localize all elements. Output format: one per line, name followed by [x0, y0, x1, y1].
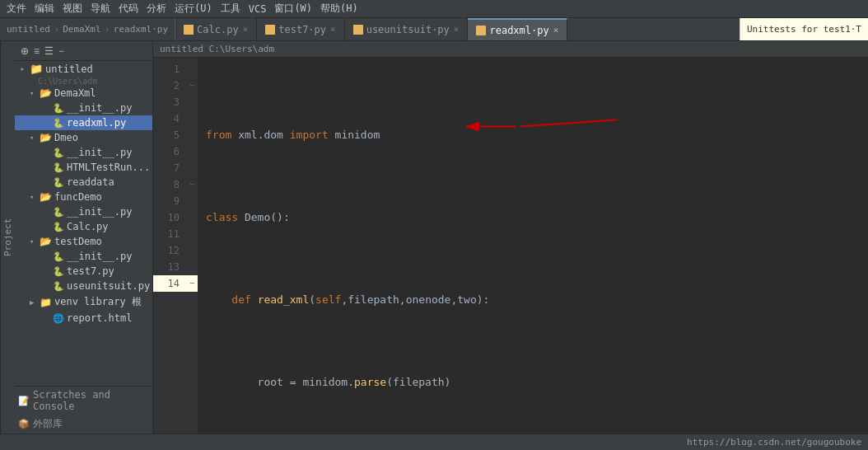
fold-marker-2[interactable]: − — [186, 77, 198, 94]
line-num-13: 13 — [153, 259, 186, 275]
tree-item-readdata[interactable]: 🐍 readdata — [15, 175, 152, 190]
icon-venv: 📁 — [40, 297, 52, 308]
tree-item-path: C:\Users\adm — [15, 77, 152, 86]
line-num-8: 8 — [153, 176, 186, 193]
right-hint-text: Unittests for test1·T — [747, 24, 861, 35]
line-num-1: 1 — [153, 61, 186, 77]
file-tabs: Calc.py × test7·py × useunitsuit·py × re… — [175, 18, 567, 40]
label-dmeo: Dmeo — [54, 132, 78, 143]
icon-test7: 🐍 — [53, 266, 64, 277]
tab-readxml-close[interactable]: × — [553, 25, 559, 35]
tree-container: ▾ 📁 untitled C:\Users\adm ▾ 📂 DemaXml 🐍 … — [15, 61, 152, 386]
menu-item-run[interactable]: 运行(U) — [175, 2, 212, 16]
tab-readxml[interactable]: readxml·py × — [468, 18, 567, 40]
icon-readdata: 🐍 — [53, 177, 64, 188]
tree-item-useunitsuit[interactable]: 🐍 useunitsuit.py — [15, 279, 152, 293]
tree-item-calc[interactable]: 🐍 Calc.py — [15, 219, 152, 234]
arrow-dmeo: ▾ — [30, 134, 40, 142]
menu-item-help[interactable]: 帮助(H) — [320, 2, 358, 16]
tab-calc-icon — [184, 25, 194, 35]
tree-item-funcdemo[interactable]: ▾ 📂 funcDemo — [15, 190, 152, 204]
line-num-11: 11 — [153, 226, 186, 242]
tab-useunitsuit-close[interactable]: × — [454, 24, 460, 35]
tab-useunitsuit[interactable]: useunitsuit·py × — [345, 18, 469, 40]
label-useunitsuit: useunitsuit.py — [67, 280, 150, 292]
tree-item-testdemo[interactable]: ▾ 📂 testDemo — [15, 234, 152, 249]
window-file-title: readxml·py — [114, 24, 168, 35]
toolbar-btn-3[interactable]: ☰ — [42, 45, 56, 58]
menu-item-vcs[interactable]: VCS — [249, 3, 267, 15]
toolbar-btn-2[interactable]: ≡ — [31, 45, 42, 58]
external-icon: 📦 — [18, 419, 30, 429]
label-test7: test7.py — [67, 265, 114, 277]
tree-item-report[interactable]: 🌐 report.html — [15, 311, 152, 326]
project-vertical-tab[interactable]: Project — [0, 41, 15, 434]
code-editor[interactable]: 1 2 3 4 5 6 7 8 9 10 11 12 13 14 − — [153, 58, 868, 434]
tab-calc-close[interactable]: × — [243, 24, 249, 35]
code-line-3: def read_xml(self,filepath,onenode,two): — [206, 292, 868, 308]
line-num-9: 9 — [153, 193, 186, 209]
main-area: Project ⊕ ≡ ☰ − ▾ 📁 untitled C:\Users\ad… — [0, 41, 868, 434]
menu-item-analyze[interactable]: 分析 — [147, 2, 166, 16]
label-demaxml: DemaXml — [54, 87, 96, 99]
icon-report: 🌐 — [53, 313, 64, 324]
tree-item-readxml[interactable]: 🐍 readxml.py — [15, 115, 152, 130]
menu-item-window[interactable]: 窗口(W) — [274, 2, 312, 16]
line-num-5: 5 — [153, 127, 186, 143]
label-readdata: readdata — [67, 176, 114, 188]
svg-line-2 — [520, 120, 617, 126]
arrow-venv: ▶ — [30, 298, 40, 307]
tab-readxml-label: readxml·py — [489, 25, 548, 36]
menu-item-tools[interactable]: 工具 — [221, 2, 240, 16]
tree-item-init4[interactable]: 🐍 __init__.py — [15, 249, 152, 264]
external-label: 外部库 — [33, 417, 63, 431]
icon-init3: 🐍 — [53, 207, 64, 218]
window-sub-title: DemaXml — [63, 24, 100, 35]
status-url: https://blog.csdn.net/gougouboke — [687, 437, 861, 448]
label-init3: __init__.py — [67, 206, 132, 218]
code-line-1: from xml.dom import minidom — [206, 127, 868, 143]
label-testdemo: testDemo — [54, 236, 102, 247]
fold-marker-8[interactable]: − — [186, 176, 198, 193]
icon-htmltest: 🐍 — [53, 162, 64, 173]
line-num-6: 6 — [153, 143, 186, 160]
status-bar: https://blog.csdn.net/gougouboke — [0, 434, 868, 450]
icon-funcdemo: 📂 — [40, 191, 52, 203]
right-hint-bar: Unittests for test1·T — [740, 18, 868, 40]
tree-item-dmeo[interactable]: ▾ 📂 Dmeo — [15, 130, 152, 145]
menu-item-navigate[interactable]: 导航 — [91, 2, 110, 16]
tree-item-test7[interactable]: 🐍 test7.py — [15, 264, 152, 279]
menu-item-file[interactable]: 文件 — [7, 2, 26, 16]
tree-item-init3[interactable]: 🐍 __init__.py — [15, 204, 152, 219]
toolbar-btn-1[interactable]: ⊕ — [18, 45, 31, 58]
menu-item-code[interactable]: 代码 — [119, 2, 138, 16]
label-report: report.html — [67, 312, 132, 324]
icon-init1: 🐍 — [53, 103, 64, 114]
external-lib-item[interactable]: 📦 外部库 — [15, 415, 152, 434]
editor-area: untitled C:\Users\adm 1 2 3 4 5 6 7 8 9 … — [153, 41, 868, 434]
tab-useunitsuit-icon — [353, 25, 363, 35]
tree-item-untitled[interactable]: ▾ 📁 untitled — [15, 61, 152, 77]
label-untitled: untitled — [45, 63, 93, 75]
toolbar-btn-4[interactable]: − — [56, 45, 67, 58]
tree-item-init1[interactable]: 🐍 __init__.py — [15, 101, 152, 115]
tree-item-init2[interactable]: 🐍 __init__.py — [15, 145, 152, 160]
code-content[interactable]: from xml.dom import minidom class Demo()… — [198, 58, 868, 434]
menu-bar: 文件 编辑 视图 导航 代码 分析 运行(U) 工具 VCS 窗口(W) 帮助(… — [0, 0, 868, 18]
tree-item-demaxml[interactable]: ▾ 📂 DemaXml — [15, 86, 152, 101]
tree-item-venv[interactable]: ▶ 📁 venv library 根 — [15, 293, 152, 311]
tab-calc[interactable]: Calc.py × — [175, 18, 257, 40]
fold-marker-14[interactable]: − — [186, 275, 198, 292]
scratches-label: Scratches and Console — [33, 389, 149, 412]
tab-test7[interactable]: test7·py × — [257, 18, 344, 40]
tree-item-htmltest[interactable]: 🐍 HTMLTestRun... — [15, 160, 152, 175]
window-title: untitled › DemaXml › readxml·py — [0, 18, 175, 40]
menu-item-view[interactable]: 视图 — [63, 2, 82, 16]
line-num-12: 12 — [153, 242, 186, 259]
icon-init4: 🐍 — [53, 251, 64, 262]
menu-item-edit[interactable]: 编辑 — [35, 2, 54, 16]
tab-test7-close[interactable]: × — [330, 24, 336, 35]
scratches-item[interactable]: 📝 Scratches and Console — [15, 386, 152, 415]
tab-test7-label: test7·py — [278, 24, 326, 35]
icon-testdemo: 📂 — [40, 236, 52, 247]
